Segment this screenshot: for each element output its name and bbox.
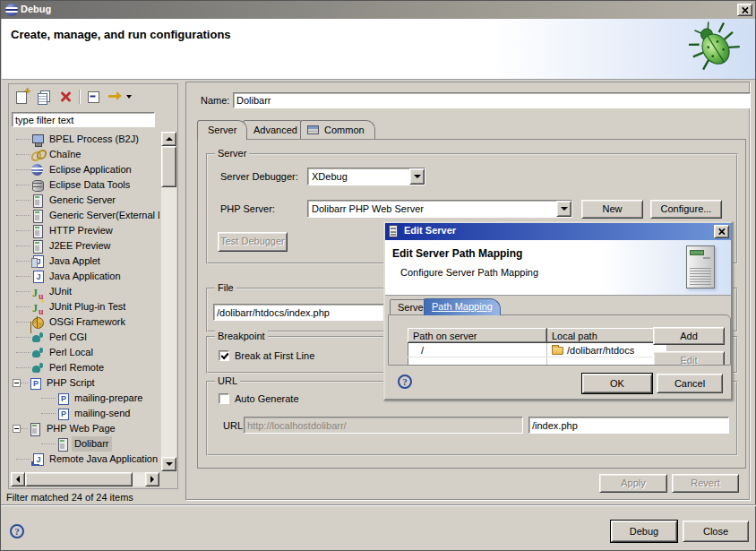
revert-button[interactable]: Revert <box>672 474 739 493</box>
table-row[interactable]: //dolibarr/htdocs <box>408 343 667 357</box>
delete-configuration-icon[interactable] <box>57 89 73 105</box>
tree-item[interactable]: Perl Local <box>11 345 159 360</box>
tree-item-label: HTTP Preview <box>47 223 116 238</box>
cancel-button[interactable]: Cancel <box>657 374 723 393</box>
breakpoint-group-label: Breakpoint <box>215 331 268 341</box>
server-debugger-select[interactable]: XDebug <box>307 168 425 185</box>
tree-item[interactable]: Perl Remote <box>11 360 159 375</box>
name-input[interactable] <box>233 92 751 108</box>
new-configuration-icon[interactable] <box>14 89 30 105</box>
help-icon[interactable]: ? <box>398 375 412 389</box>
scroll-right-icon[interactable] <box>145 472 159 486</box>
new-server-button[interactable]: New <box>581 200 643 219</box>
tree-item[interactable]: Remote Java Application <box>11 452 159 467</box>
break-first-line-label: Break at First Line <box>235 350 314 361</box>
tree-item[interactable]: HTTP Preview <box>11 223 159 238</box>
tree-item-label: J2EE Preview <box>47 238 113 254</box>
close-icon[interactable] <box>714 225 729 238</box>
tree-item[interactable]: PHP Script <box>11 375 159 391</box>
collapse-all-icon[interactable] <box>85 89 101 105</box>
edit-mapping-button[interactable]: Edit <box>653 351 725 366</box>
path-on-server-cell[interactable]: / <box>408 343 547 357</box>
configure-server-button[interactable]: Configure... <box>650 200 722 219</box>
close-icon[interactable] <box>737 4 752 16</box>
tab-server[interactable]: Server <box>197 120 247 140</box>
tree-item[interactable]: BPEL Process (B2J) <box>11 132 159 147</box>
local-path-cell[interactable]: /dolibarr/htdocs <box>547 343 667 357</box>
scrollbar-thumb[interactable] <box>25 472 133 486</box>
tree-item[interactable]: Chaîne <box>11 147 159 162</box>
close-button[interactable]: Close <box>683 521 749 542</box>
filter-menu-arrow-icon[interactable] <box>126 95 132 99</box>
ok-button[interactable]: OK <box>582 374 652 393</box>
tree-item[interactable]: Eclipse Application <box>11 162 159 177</box>
tab-advanced[interactable]: Advanced <box>243 120 308 139</box>
tree-item[interactable]: mailing-send <box>11 406 159 421</box>
dropdown-arrow-icon[interactable] <box>556 201 571 217</box>
scrollbar-thumb[interactable] <box>161 146 176 187</box>
tree-vertical-scrollbar[interactable] <box>161 132 176 471</box>
collapse-toggle-icon[interactable] <box>13 379 21 387</box>
configurations-panel: BPEL Process (B2J)ChaîneEclipse Applicat… <box>8 83 178 489</box>
debug-button[interactable]: Debug <box>611 521 677 542</box>
tree-item[interactable]: Dolibarr <box>11 436 159 452</box>
column-header-path-on-server[interactable]: Path on server <box>408 329 547 343</box>
tree-item[interactable]: JUnit <box>11 284 159 299</box>
scroll-down-icon[interactable] <box>161 457 176 471</box>
dialog-title: Edit Server <box>404 225 456 236</box>
help-icon[interactable]: ? <box>10 524 24 538</box>
url-path-input[interactable] <box>528 417 729 434</box>
tree-horizontal-scrollbar[interactable] <box>11 472 159 486</box>
server-icon <box>389 225 398 237</box>
add-mapping-button[interactable]: Add <box>653 327 725 345</box>
filter-icon[interactable] <box>107 89 123 105</box>
break-first-line-checkbox[interactable] <box>219 350 229 361</box>
eclipse-icon <box>5 4 18 16</box>
duplicate-configuration-icon[interactable] <box>36 89 52 105</box>
tree-item[interactable]: Generic Server(External La <box>11 208 159 223</box>
tab-common[interactable]: Common <box>300 120 375 139</box>
dialog-banner: Create, manage, and run configurations <box>2 19 755 80</box>
path-mapping-tab-content: Path on server Local path //dolibarr/htd… <box>388 314 731 366</box>
window-titlebar[interactable]: Debug <box>1 1 755 19</box>
test-debugger-button[interactable]: Test Debugger <box>218 232 288 252</box>
tree-item[interactable]: Eclipse Data Tools <box>11 177 159 193</box>
tree-item-label: Chaîne <box>47 147 83 162</box>
tree-item[interactable]: Generic Server <box>11 193 159 208</box>
tree-item-label: mailing-prepare <box>72 391 145 406</box>
configurations-toolbar <box>11 86 176 108</box>
tree-item[interactable]: PHP Web Page <box>11 421 159 436</box>
dropdown-arrow-icon[interactable] <box>409 168 425 185</box>
scroll-up-icon[interactable] <box>161 132 176 146</box>
php-server-label: PHP Server: <box>220 203 275 214</box>
tree-item-label: Java Applet <box>47 254 103 269</box>
dialog-tab-path-mapping[interactable]: Path Mapping <box>424 298 501 315</box>
tree-item[interactable]: mailing-prepare <box>11 391 159 406</box>
tree-item[interactable]: J2EE Preview <box>11 238 159 254</box>
path-mapping-table[interactable]: Path on server Local path //dolibarr/htd… <box>408 328 667 366</box>
filter-input[interactable] <box>12 112 155 127</box>
tree-item[interactable]: Perl CGI <box>11 330 159 345</box>
server-group-label: Server <box>215 148 249 159</box>
collapse-toggle-icon[interactable] <box>13 425 21 433</box>
tree-item[interactable]: OSGi Framework <box>11 314 159 330</box>
apply-button[interactable]: Apply <box>599 474 667 493</box>
tree-item-label: PHP Script <box>44 375 98 391</box>
file-group-label: File <box>215 282 236 293</box>
table-icon <box>307 125 319 134</box>
auto-generate-checkbox[interactable] <box>219 393 229 404</box>
scroll-left-icon[interactable] <box>11 472 25 486</box>
dialog-titlebar[interactable]: Edit Server <box>385 223 731 240</box>
bpel-icon <box>30 133 45 147</box>
tree-item[interactable]: JUnit Plug-in Test <box>11 299 159 314</box>
server-icon <box>28 422 42 436</box>
php-icon <box>56 407 70 421</box>
bug-icon <box>687 21 743 73</box>
tree-item-label: Java Application <box>47 269 124 284</box>
tree-item[interactable]: Java Applet <box>11 254 159 269</box>
column-header-local-path[interactable]: Local path <box>547 329 667 343</box>
sphere-icon <box>30 163 45 177</box>
server-icon <box>30 224 45 238</box>
tree-item[interactable]: Java Application <box>11 269 159 284</box>
php-server-select[interactable]: Dolibarr PHP Web Server <box>307 200 572 218</box>
